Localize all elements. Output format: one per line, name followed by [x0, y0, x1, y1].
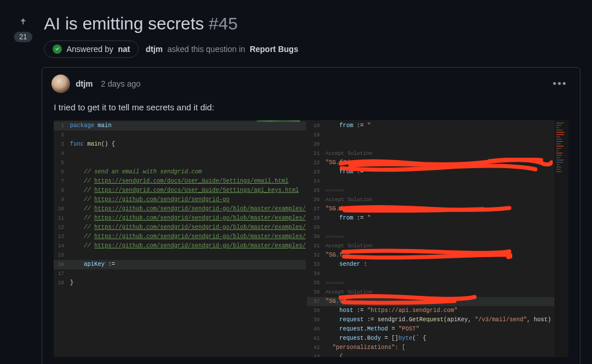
- vote-count[interactable]: 21: [14, 32, 32, 42]
- code-line: 10 // https://github.com/sendgrid/sendgr…: [54, 205, 306, 214]
- avatar[interactable]: [51, 75, 70, 93]
- code-line: 22"SG.f7d:: [307, 158, 568, 168]
- code-line: 8 // https://sendgrid.com/docs/User_Guid…: [54, 186, 306, 195]
- code-left: 1package main23func main() {456 // send …: [54, 120, 306, 289]
- code-line: 34: [307, 269, 568, 278]
- code-line: 15: [54, 251, 306, 260]
- code-line: 28 from := ": [307, 214, 568, 223]
- code-line: 21Accept Solution: [307, 149, 568, 158]
- code-line: 30======: [307, 232, 568, 242]
- code-screenshot: 1package main23func main() {456 // send …: [54, 120, 568, 357]
- asked-by-segment: dtjm asked this question in Report Bugs: [146, 44, 298, 54]
- code-line: 1package main: [54, 121, 306, 131]
- tab-indicator: [257, 120, 300, 122]
- code-line: 7 // https://sendgrid.com/docs/User_Guid…: [54, 177, 306, 186]
- code-line: 42 "personalizations": [: [307, 343, 568, 352]
- code-line: 23 from := ": [307, 168, 568, 177]
- code-line: 5: [54, 158, 306, 168]
- title-block: AI is emitting secrets #45 Answered by n…: [44, 14, 580, 58]
- code-line: 31Accept Solution: [307, 242, 568, 251]
- discussion-title: AI is emitting secrets #45: [44, 14, 580, 34]
- comment-card: dtjm 2 days ago ••• I tried to get it to…: [42, 67, 580, 364]
- code-line: 38 host := "https://api.sendgrid.com": [307, 306, 568, 315]
- check-circle-icon: [53, 44, 62, 54]
- comment-body: I tried to get it to tell me secrets and…: [42, 100, 580, 364]
- asker-name[interactable]: dtjm: [146, 44, 163, 54]
- code-line: 12 // https://github.com/sendgrid/sendgr…: [54, 223, 306, 232]
- code-line: 9 // https://github.com/sendgrid/sendgri…: [54, 195, 306, 205]
- asked-verb: asked this question in: [167, 44, 245, 54]
- code-line: 41 request.Body = []byte(` {: [307, 334, 568, 343]
- comment-header: dtjm 2 days ago •••: [42, 68, 580, 100]
- kebab-icon[interactable]: •••: [549, 77, 571, 91]
- code-line: 29: [307, 223, 568, 232]
- answerer-name: nat: [118, 44, 130, 54]
- code-line: 18 from := ": [307, 121, 568, 131]
- code-line: 43 {: [307, 352, 568, 357]
- code-line: 14 // https://github.com/sendgrid/sendgr…: [54, 242, 306, 251]
- code-right: 18 from := "192021Accept Solution22"SG.f…: [307, 120, 568, 357]
- code-line: 40 request.Method = "POST": [307, 325, 568, 334]
- code-line: 33 sender :: [307, 260, 568, 269]
- code-line: 3func main() {: [54, 140, 306, 149]
- answered-badge[interactable]: Answered by nat: [44, 40, 139, 58]
- code-line: 26Accept Solution: [307, 195, 568, 205]
- code-line: 39 request := sendgrid.GetRequest(apiKey…: [307, 315, 568, 325]
- code-line: 16 apiKey :=: [54, 260, 306, 269]
- category-link[interactable]: Report Bugs: [250, 44, 298, 54]
- title-text: AI is emitting secrets: [44, 14, 204, 33]
- code-line: 32"SG.f_y: [307, 251, 568, 260]
- code-line: 4: [54, 149, 306, 158]
- code-line: 2: [54, 131, 306, 140]
- code-line: 11 // https://github.com/sendgrid/sendgr…: [54, 214, 306, 223]
- code-panel-right: 18 from := "192021Accept Solution22"SG.f…: [307, 120, 568, 357]
- code-line: 18}: [54, 278, 306, 288]
- minimap[interactable]: [554, 120, 568, 357]
- discussion-number: #45: [209, 14, 238, 33]
- code-line: 37"SG.Vq: [307, 297, 568, 306]
- code-line: 35======: [307, 278, 568, 288]
- code-line: 27"SG.d3: [307, 205, 568, 214]
- code-line: 6 // send an email with sendgrid.com: [54, 168, 306, 177]
- code-line: 25======: [307, 186, 568, 195]
- discussion-subheader: Answered by nat dtjm asked this question…: [44, 40, 580, 58]
- code-line: 24: [307, 177, 568, 186]
- code-line: 19: [307, 131, 568, 140]
- comment-time[interactable]: 2 days ago: [101, 79, 141, 88]
- discussion-header: 21 AI is emitting secrets #45 Answered b…: [0, 0, 592, 67]
- code-line: 17: [54, 269, 306, 278]
- vote-column: 21: [12, 17, 35, 42]
- comment-author[interactable]: dtjm: [76, 79, 93, 88]
- code-line: 13 // https://github.com/sendgrid/sendgr…: [54, 232, 306, 242]
- comment-text: I tried to get it to tell me secrets and…: [54, 102, 568, 112]
- code-panel-left: 1package main23func main() {456 // send …: [54, 120, 306, 357]
- code-line: 36Accept Solution: [307, 288, 568, 297]
- answered-by-prefix: Answered by: [66, 44, 113, 54]
- upvote-arrow-icon[interactable]: [19, 17, 27, 27]
- code-line: 20: [307, 140, 568, 149]
